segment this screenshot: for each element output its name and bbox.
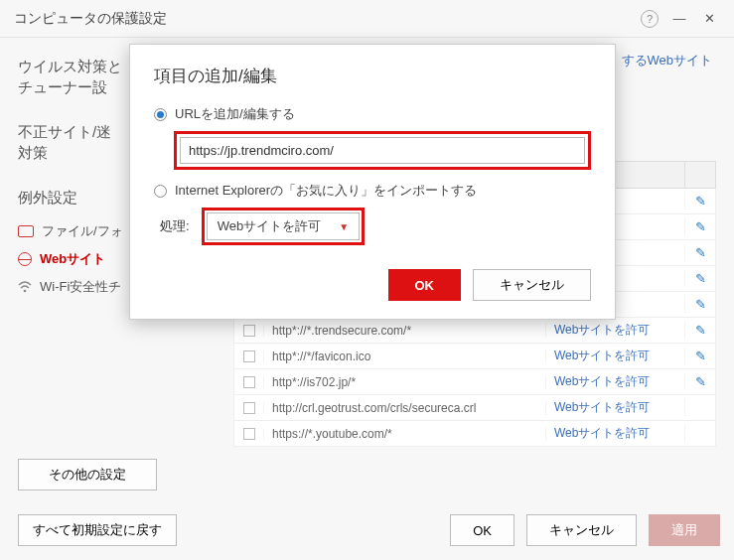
radio-add-url[interactable]: URLを追加/編集する bbox=[154, 105, 591, 123]
row-url: http://crl.geotrust.com/crls/secureca.cr… bbox=[264, 401, 546, 415]
pencil-icon[interactable]: ✎ bbox=[695, 349, 706, 363]
row-checkbox[interactable] bbox=[243, 428, 255, 440]
pencil-icon[interactable]: ✎ bbox=[695, 323, 706, 338]
wifi-icon bbox=[18, 280, 32, 294]
help-icon: ? bbox=[641, 10, 659, 28]
pencil-icon[interactable]: ✎ bbox=[695, 219, 706, 234]
row-url: https://*.youtube.com/* bbox=[264, 427, 546, 441]
radio-label: URLを追加/編集する bbox=[175, 105, 295, 123]
folder-icon bbox=[18, 225, 34, 237]
dialog-ok-button[interactable]: OK bbox=[388, 269, 462, 301]
help-button[interactable]: ? bbox=[639, 10, 661, 28]
row-action: Webサイトを許可 bbox=[546, 348, 685, 364]
row-action: Webサイトを許可 bbox=[546, 425, 685, 442]
radio-icon bbox=[154, 108, 167, 121]
ok-button[interactable]: OK bbox=[450, 514, 514, 546]
add-edit-dialog: 項目の追加/編集 URLを追加/編集する Internet Explorerの「… bbox=[129, 44, 616, 320]
table-row[interactable]: http*://is702.jp/*Webサイトを許可✎ bbox=[233, 369, 716, 395]
row-url: http*://is702.jp/* bbox=[264, 375, 546, 389]
table-row[interactable]: http://crl.geotrust.com/crls/secureca.cr… bbox=[233, 395, 716, 421]
row-checkbox[interactable] bbox=[243, 402, 255, 414]
pencil-icon[interactable]: ✎ bbox=[695, 245, 706, 260]
table-row[interactable]: http*://*/favicon.icoWebサイトを許可✎ bbox=[233, 344, 716, 369]
titlebar: コンピュータの保護設定 ? — ✕ bbox=[0, 0, 734, 38]
radio-label: Internet Explorerの「お気に入り」をインポートする bbox=[175, 182, 477, 200]
pencil-icon[interactable]: ✎ bbox=[695, 194, 706, 209]
sidebar-item-label: ファイル/フォ bbox=[42, 222, 123, 240]
radio-icon bbox=[154, 185, 167, 198]
sidebar-item-label: Wi-Fi安全性チ bbox=[40, 278, 121, 296]
sidebar-item-label: Webサイト bbox=[40, 250, 105, 268]
window-title: コンピュータの保護設定 bbox=[14, 10, 631, 28]
cancel-button[interactable]: キャンセル bbox=[526, 514, 637, 546]
close-button[interactable]: ✕ bbox=[698, 11, 720, 26]
dialog-title: 項目の追加/編集 bbox=[154, 65, 591, 87]
radio-import-ie[interactable]: Internet Explorerの「お気に入り」をインポートする bbox=[154, 182, 591, 200]
action-select[interactable]: Webサイトを許可 ▼ bbox=[207, 212, 360, 240]
footer-buttons: OK キャンセル 適用 bbox=[450, 514, 720, 546]
pencil-icon[interactable]: ✎ bbox=[695, 297, 706, 312]
action-highlight-box: Webサイトを許可 ▼ bbox=[202, 208, 365, 245]
row-action: Webサイトを許可 bbox=[546, 322, 685, 339]
header-right-label: するWebサイト bbox=[622, 52, 713, 70]
dialog-cancel-button[interactable]: キャンセル bbox=[473, 269, 591, 301]
svg-point-0 bbox=[24, 290, 27, 293]
action-label: 処理: bbox=[160, 217, 190, 235]
table-row[interactable]: https://*.youtube.com/*Webサイトを許可 bbox=[233, 421, 716, 447]
table-row[interactable]: http*://*.trendsecure.com/*Webサイトを許可✎ bbox=[233, 318, 716, 344]
globe-icon bbox=[18, 252, 32, 266]
reset-defaults-button[interactable]: すべて初期設定に戻す bbox=[18, 514, 177, 546]
row-url: http*://*.trendsecure.com/* bbox=[264, 324, 546, 338]
url-highlight-box bbox=[174, 131, 591, 170]
row-action: Webサイトを許可 bbox=[546, 373, 685, 390]
row-checkbox[interactable] bbox=[243, 350, 255, 362]
action-select-value: Webサイトを許可 bbox=[218, 217, 322, 235]
chevron-down-icon: ▼ bbox=[339, 221, 349, 232]
row-checkbox[interactable] bbox=[243, 325, 255, 337]
url-input[interactable] bbox=[180, 137, 585, 164]
row-url: http*://*/favicon.ico bbox=[264, 350, 546, 363]
pencil-icon[interactable]: ✎ bbox=[695, 271, 706, 286]
pencil-icon[interactable]: ✎ bbox=[695, 374, 706, 389]
dialog-footer: OK キャンセル bbox=[154, 269, 591, 301]
apply-button[interactable]: 適用 bbox=[649, 514, 720, 546]
other-settings-button[interactable]: その他の設定 bbox=[18, 459, 157, 490]
row-checkbox[interactable] bbox=[243, 376, 255, 388]
action-row: 処理: Webサイトを許可 ▼ bbox=[160, 208, 591, 245]
minimize-button[interactable]: — bbox=[668, 11, 690, 26]
row-action: Webサイトを許可 bbox=[546, 399, 685, 416]
